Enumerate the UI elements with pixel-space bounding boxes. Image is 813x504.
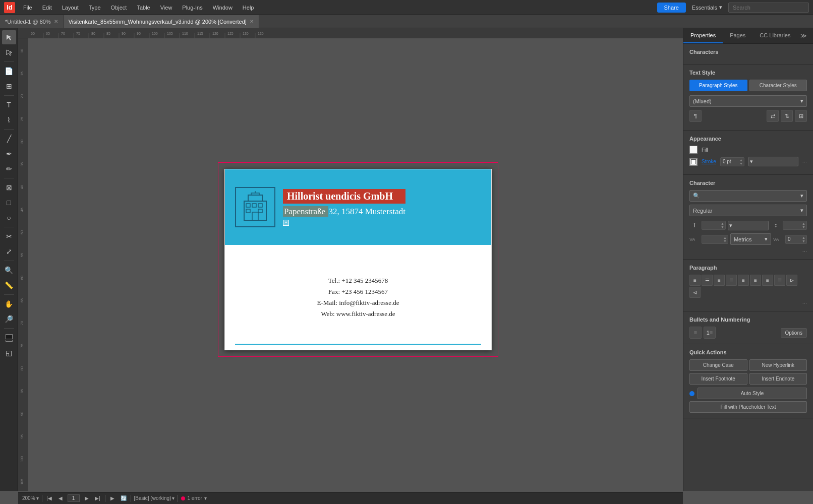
menu-plugins[interactable]: Plug-Ins xyxy=(178,3,206,13)
align-justify-last-center-btn[interactable]: ≡ xyxy=(750,275,761,286)
tool-gap[interactable]: ⊞ xyxy=(2,79,16,93)
insert-endnote-btn[interactable]: Insert Endnote xyxy=(749,373,807,385)
tracking-input[interactable]: ▲ ▼ xyxy=(785,235,807,244)
towards-spine-btn[interactable]: ⊳ xyxy=(786,275,797,286)
tab-pages[interactable]: Pages xyxy=(723,28,752,43)
tab-properties[interactable]: Properties xyxy=(683,28,723,43)
bullets-options-btn[interactable]: Options xyxy=(781,328,807,338)
font-family-dropdown[interactable]: 🔍 ▾ xyxy=(689,190,807,202)
size-down-arrow[interactable]: ▼ xyxy=(721,225,724,229)
essentials-button[interactable]: Essentials ▾ xyxy=(688,2,726,13)
kerning-down-arrow[interactable]: ▼ xyxy=(723,239,727,243)
tool-page[interactable]: 📄 xyxy=(2,64,16,78)
stroke-down-arrow[interactable]: ▼ xyxy=(739,162,743,165)
leading-up-arrow[interactable]: ▲ xyxy=(802,222,805,225)
stroke-swatch[interactable] xyxy=(689,158,698,166)
tool-ellipse[interactable]: ○ xyxy=(2,211,16,225)
char-more-btn[interactable]: ··· xyxy=(802,248,807,254)
tool-fill-color[interactable] xyxy=(2,331,16,345)
tab-close-visitenkarte[interactable]: ✕ xyxy=(250,19,254,24)
canvas-area[interactable]: 60 65 70 75 80 85 90 95 100 105 xyxy=(18,28,683,491)
next-page-btn[interactable]: ▶ xyxy=(83,494,91,502)
numbered-list-btn[interactable]: 1≡ xyxy=(704,327,716,339)
auto-style-btn[interactable]: Auto Style xyxy=(698,388,807,399)
menu-table[interactable]: Table xyxy=(133,3,154,13)
leading-field[interactable] xyxy=(783,222,801,229)
tool-line[interactable]: ╱ xyxy=(2,132,16,146)
tool-type-path[interactable]: ⌇ xyxy=(2,113,16,127)
tool-pencil[interactable]: ✏ xyxy=(2,162,16,176)
tool-free-transform[interactable]: ⤢ xyxy=(2,244,16,259)
stroke-value-input[interactable]: ▲ ▼ xyxy=(720,157,744,166)
error-display[interactable]: 1 error ▾ xyxy=(181,495,206,501)
stroke-up-arrow[interactable]: ▲ xyxy=(739,158,743,162)
menu-view[interactable]: View xyxy=(156,3,177,13)
para-more-btn[interactable]: ··· xyxy=(802,300,807,306)
panel-expand-icon[interactable]: ≫ xyxy=(798,30,809,41)
menu-window[interactable]: Window xyxy=(209,3,237,13)
tool-hand[interactable]: ✋ xyxy=(2,297,16,311)
stroke-type-dropdown[interactable]: ▾ xyxy=(748,157,798,166)
align-right-btn[interactable]: ≡ xyxy=(714,275,725,286)
new-hyperlink-btn[interactable]: New Hyperlink xyxy=(749,359,807,371)
menu-type[interactable]: Type xyxy=(85,3,105,13)
style-dropdown[interactable]: (Mixed) ▾ xyxy=(689,95,807,107)
appearance-more-btn[interactable]: ··· xyxy=(802,159,807,165)
font-size-input[interactable]: ▲ ▼ xyxy=(702,221,726,230)
bullet-list-btn[interactable]: ≡ xyxy=(689,327,702,339)
fill-swatch[interactable] xyxy=(689,146,698,154)
tool-eyedropper[interactable]: 🔍 xyxy=(2,263,16,277)
tool-pen[interactable]: ✒ xyxy=(2,147,16,161)
leading-input[interactable]: ▲ ▼ xyxy=(783,221,807,230)
page-number-input[interactable] xyxy=(68,494,80,502)
tracking-up-arrow[interactable]: ▲ xyxy=(802,236,805,239)
fill-placeholder-btn[interactable]: Fill with Placeholder Text xyxy=(689,401,807,413)
size-up-arrow[interactable]: ▲ xyxy=(721,222,724,225)
align-center-btn[interactable]: ☰ xyxy=(702,275,713,286)
play-btn[interactable]: ▶ xyxy=(108,494,117,502)
tool-zoom[interactable]: 🔎 xyxy=(2,312,16,326)
frame-options-icon[interactable]: ⊞ xyxy=(795,110,807,122)
change-case-btn[interactable]: Change Case xyxy=(689,359,747,371)
kerning-input[interactable]: ▲ ▼ xyxy=(702,235,728,244)
paragraph-styles-btn[interactable]: Paragraph Styles xyxy=(689,80,747,91)
tab-close-untitled[interactable]: ✕ xyxy=(54,19,58,24)
prev-page-first-btn[interactable]: |◀ xyxy=(45,494,53,502)
prev-page-btn[interactable]: ◀ xyxy=(56,494,65,502)
kerning-method-dropdown[interactable]: Metrics ▾ xyxy=(730,233,771,245)
tab-cc-libraries[interactable]: CC Libraries xyxy=(752,28,797,43)
font-style-dropdown[interactable]: Regular ▾ xyxy=(689,205,807,216)
page-container[interactable]: Hillorist uendicis GmbH Papenstraße 32, … xyxy=(224,169,492,350)
tracking-field[interactable] xyxy=(786,235,801,243)
tool-measure[interactable]: 📏 xyxy=(2,278,16,292)
tracking-down-arrow[interactable]: ▼ xyxy=(802,239,805,243)
share-button[interactable]: Share xyxy=(657,3,686,13)
tool-direct-select[interactable] xyxy=(2,45,16,59)
tab-visitenkarte[interactable]: Visitenkarte_85x55mm_Wohnungsverkauf_v3.… xyxy=(64,15,259,28)
align-justify-last-right-btn[interactable]: ≡ xyxy=(762,275,773,286)
tool-scissors[interactable]: ✂ xyxy=(2,229,16,243)
character-styles-btn[interactable]: Character Styles xyxy=(749,80,807,91)
font-size-field[interactable] xyxy=(702,222,720,229)
kerning-up-arrow[interactable]: ▲ xyxy=(723,236,727,239)
size-unit-dropdown[interactable]: ▾ xyxy=(728,221,769,230)
document-canvas[interactable]: Hillorist uendicis GmbH Papenstraße 32, … xyxy=(38,43,678,476)
insert-footnote-btn[interactable]: Insert Footnote xyxy=(689,373,747,385)
preflight-btn[interactable]: 🔄 xyxy=(120,494,128,502)
next-page-last-btn[interactable]: ▶| xyxy=(94,494,102,502)
align-justify-btn[interactable]: ≣ xyxy=(726,275,737,286)
tool-select[interactable] xyxy=(2,30,16,44)
tab-untitled[interactable]: *Untitled-1 @ 80% ✕ xyxy=(0,15,64,28)
tool-type[interactable]: T xyxy=(2,98,16,112)
away-spine-btn[interactable]: ⊲ xyxy=(689,287,701,298)
align-justify-all-btn[interactable]: ≣ xyxy=(774,275,785,286)
search-input[interactable] xyxy=(728,3,809,13)
leading-down-arrow[interactable]: ▼ xyxy=(802,225,805,229)
menu-file[interactable]: File xyxy=(19,3,36,13)
menu-edit[interactable]: Edit xyxy=(38,3,56,13)
menu-help[interactable]: Help xyxy=(239,3,258,13)
char-direction-icon[interactable]: ⇅ xyxy=(781,110,793,122)
zoom-display[interactable]: 200% ▾ xyxy=(22,495,39,501)
align-left-btn[interactable]: ≡ xyxy=(689,275,701,286)
tool-mode[interactable]: ◱ xyxy=(2,346,16,360)
